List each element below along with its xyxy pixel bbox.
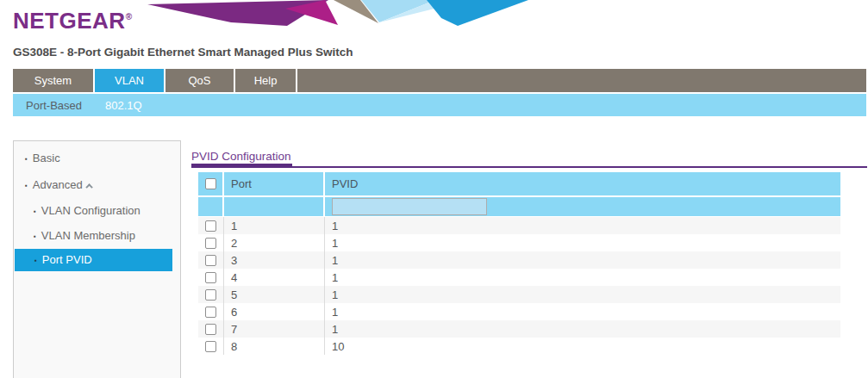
pvid-cell: 1	[325, 251, 840, 269]
sidebar-item-label: Advanced	[33, 178, 83, 191]
section-rule-accent	[191, 164, 292, 168]
port-cell: 6	[224, 303, 325, 320]
pvid-cell: 1	[325, 320, 840, 338]
sidebar-item-basic[interactable]: ▪Basic	[14, 148, 180, 169]
table-row: 3 1	[198, 251, 840, 269]
netgear-logo-text: NETGEAR	[13, 8, 126, 34]
table-row: 4 1	[198, 269, 840, 286]
sidebar-item-label: VLAN Membership	[41, 229, 135, 242]
table-header-row: Port PVID	[198, 172, 840, 195]
row-checkbox[interactable]	[205, 272, 216, 283]
page-title: GS308E - 8-Port Gigabit Ethernet Smart M…	[13, 46, 353, 59]
port-cell: 4	[224, 269, 325, 286]
main-nav: System VLAN QoS Help	[13, 69, 866, 92]
registered-mark: ®	[126, 12, 133, 22]
sidebar-item-label: Basic	[33, 152, 60, 164]
row-checkbox[interactable]	[205, 289, 216, 301]
column-header-port: Port	[224, 172, 325, 195]
filter-checkbox-cell	[198, 197, 224, 216]
table-filter-row	[198, 197, 840, 216]
table-row: 5 1	[198, 286, 840, 303]
pvid-cell: 1	[325, 234, 840, 251]
sidebar-item-label: VLAN Configuration	[41, 204, 141, 217]
header-banner-graphic	[141, 0, 528, 26]
table-row: 2 1	[198, 234, 840, 251]
chevron-up-icon	[85, 183, 92, 190]
sidebar-item-label: Port PVID	[42, 253, 92, 266]
pvid-filter-input[interactable]	[332, 198, 487, 215]
port-cell: 7	[224, 320, 325, 338]
bullet-icon: ▪	[25, 182, 28, 189]
port-cell: 1	[224, 217, 325, 234]
column-header-pvid: PVID	[325, 172, 840, 195]
sidebar-item-port-pvid[interactable]: ▪Port PVID	[15, 249, 172, 271]
sidebar-item-vlan-membership[interactable]: ▪VLAN Membership	[14, 226, 180, 246]
table-row: 8 10	[198, 338, 840, 355]
sidebar-item-advanced[interactable]: ▪Advanced	[14, 175, 180, 195]
bullet-icon: ▪	[34, 257, 37, 264]
sidebar: ▪Basic ▪Advanced ▪VLAN Configuration ▪VL…	[13, 140, 181, 378]
port-cell: 5	[224, 286, 325, 303]
row-checkbox[interactable]	[205, 255, 216, 266]
row-checkbox[interactable]	[205, 307, 216, 318]
bullet-icon: ▪	[34, 232, 36, 240]
table-row: 6 1	[198, 303, 840, 320]
subnav-port-based[interactable]: Port-Based	[26, 99, 82, 112]
tab-vlan[interactable]: VLAN	[95, 69, 165, 92]
bullet-icon: ▪	[34, 208, 36, 215]
filter-port-cell	[224, 197, 325, 216]
pvid-table: Port PVID 1 1 2 1 3 1 4 1 5 1 6 1	[198, 172, 840, 355]
tab-qos[interactable]: QoS	[165, 69, 235, 92]
row-checkbox[interactable]	[205, 341, 216, 352]
pvid-cell: 1	[325, 217, 840, 234]
filter-pvid-cell	[325, 197, 840, 216]
select-all-checkbox[interactable]	[205, 178, 216, 189]
pvid-cell: 10	[325, 338, 840, 355]
bullet-icon: ▪	[25, 155, 28, 163]
row-checkbox[interactable]	[205, 220, 216, 232]
port-cell: 2	[224, 234, 325, 251]
subnav-8021q[interactable]: 802.1Q	[105, 99, 142, 112]
table-row: 7 1	[198, 320, 840, 338]
header-checkbox-cell	[198, 172, 224, 195]
tab-system[interactable]: System	[13, 69, 95, 92]
section-title: PVID Configuration	[191, 150, 291, 163]
row-checkbox[interactable]	[205, 238, 216, 249]
row-checkbox[interactable]	[205, 324, 216, 335]
section-rule	[191, 166, 867, 168]
pvid-cell: 1	[325, 303, 840, 320]
tab-help[interactable]: Help	[235, 69, 297, 92]
pvid-cell: 1	[325, 286, 840, 303]
pvid-cell: 1	[325, 269, 840, 286]
port-cell: 8	[224, 338, 325, 355]
vlan-subnav: Port-Based 802.1Q	[13, 94, 866, 116]
table-row: 1 1	[198, 217, 840, 234]
netgear-logo: NETGEAR®	[13, 8, 133, 34]
port-cell: 3	[224, 251, 325, 269]
sidebar-item-vlan-configuration[interactable]: ▪VLAN Configuration	[14, 201, 180, 221]
